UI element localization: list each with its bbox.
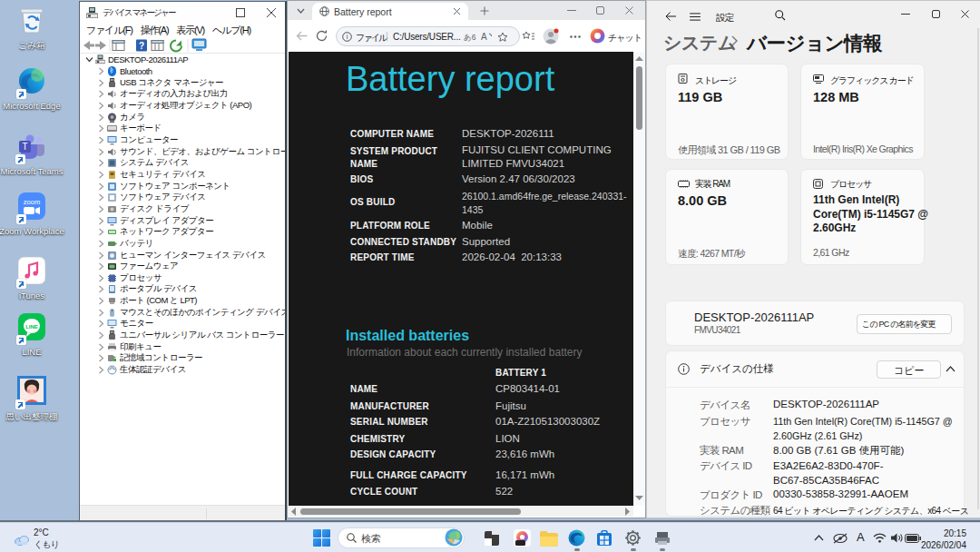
svg-text:あ6: あ6: [464, 33, 476, 42]
svg-text:?: ?: [139, 41, 144, 51]
svg-text:A: A: [481, 32, 487, 42]
svg-text:LINE: LINE: [25, 324, 38, 330]
svg-text:T: T: [22, 142, 27, 152]
svg-text:zoom: zoom: [24, 198, 40, 206]
svg-text:i: i: [347, 33, 348, 41]
